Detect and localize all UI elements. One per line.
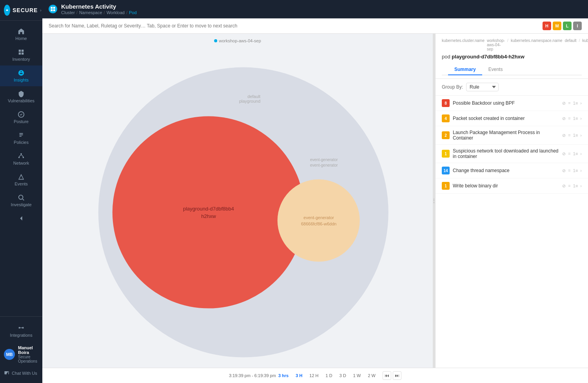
sidebar-item-vulnerabilities[interactable]: Vulnerabilities [0, 86, 42, 107]
rule-block-icon[interactable]: ⊘ [562, 116, 566, 121]
rule-arrow-icon[interactable]: › [580, 133, 582, 138]
panel-breadcrumb-namespace-value: default [565, 38, 577, 51]
search-bar: H M L I [42, 18, 588, 34]
sidebar-item-home[interactable]: Home [0, 24, 42, 45]
time-btn-3h[interactable]: 3 H [293, 372, 305, 379]
sidebar-item-integrations[interactable]: Integrations [0, 321, 42, 341]
rule-arrow-icon[interactable]: › [580, 183, 582, 188]
breadcrumb-pod[interactable]: Pod [129, 10, 137, 15]
sidebar-item-posture[interactable]: Posture [0, 107, 42, 128]
svg-rect-3 [19, 53, 21, 54]
sidebar-expand-icon[interactable]: › [40, 8, 41, 13]
rule-arrow-icon[interactable]: › [580, 168, 582, 173]
prev-arrow[interactable]: ⏮ [383, 371, 391, 380]
rule-block-icon[interactable]: ⊘ [562, 133, 566, 138]
group-by-row: Group By: Rule Severity Category [436, 79, 588, 96]
page-icon [49, 5, 57, 13]
panel-splitter[interactable] [433, 34, 435, 368]
user-name: Manuel Boira [18, 345, 38, 355]
time-btn-1d[interactable]: 1 D [323, 372, 335, 379]
tan-bubble-label: event-generator 68666fcf86-w6ddn [301, 214, 337, 227]
red-bubble-playground[interactable]: playground-d7dbf8bb4 h2hxw [113, 116, 305, 309]
rule-list-item[interactable]: 1 Write below binary dir ⊘ = 1≡ › [436, 178, 588, 194]
svg-rect-14 [22, 327, 24, 329]
rule-block-icon[interactable]: ⊘ [562, 183, 566, 189]
svg-line-9 [19, 154, 21, 156]
nav-arrows: ⏮ ⏭ [383, 371, 401, 380]
main-content: Kubernetes Activity Cluster / Namespace … [42, 0, 588, 383]
breadcrumb-workload[interactable]: Workload [107, 10, 125, 15]
rule-arrow-icon[interactable]: › [580, 101, 582, 105]
rule-count-badge: 1 [442, 150, 450, 158]
svg-rect-13 [19, 327, 20, 329]
severity-badge-medium[interactable]: M [553, 22, 561, 30]
time-btn-2w[interactable]: 2 W [365, 372, 378, 379]
rule-block-icon[interactable]: ⊘ [562, 101, 566, 106]
topbar: Kubernetes Activity Cluster / Namespace … [42, 0, 588, 18]
sidebar-item-network[interactable]: Network [0, 149, 42, 169]
namespace-label: default playground [239, 94, 260, 103]
content-area: workshop-aws-04-sep default playground p… [42, 34, 588, 368]
rule-list-item[interactable]: 8 Possible Backdoor using BPF ⊘ = 1≡ › [436, 96, 588, 111]
severity-badge-info[interactable]: I [573, 22, 582, 30]
sidebar: SECURE › Home Inventory Insights Vulnera… [0, 0, 42, 383]
svg-rect-18 [51, 9, 53, 11]
sidebar-item-policies[interactable]: Policies [0, 128, 42, 149]
time-range-text: 3:19:39 pm - 6:19:39 pm [229, 373, 276, 378]
rule-count-badge: 1 [442, 182, 450, 190]
chat-button[interactable]: Chat With Us [0, 367, 42, 379]
logo-text: SECURE [13, 7, 38, 13]
rule-block-icon[interactable]: ⊘ [562, 168, 566, 173]
rule-flag-text: 1≡ [573, 101, 578, 105]
svg-rect-4 [22, 53, 24, 54]
time-btn-1w[interactable]: 1 W [351, 372, 363, 379]
breadcrumb-cluster[interactable]: Cluster [61, 10, 75, 15]
rule-block-icon[interactable]: ⊘ [562, 151, 566, 156]
sidebar-item-inventory[interactable]: Inventory [0, 45, 42, 65]
time-btn-3d[interactable]: 3 D [337, 372, 348, 379]
user-profile[interactable]: MB Manuel Boira Secure Operations [0, 341, 42, 367]
panel-breadcrumb: kubernetes.cluster.name workshop-aws-04-… [442, 38, 582, 51]
svg-point-8 [23, 157, 24, 158]
rule-list-item[interactable]: 2 Launch Package Management Process in C… [436, 126, 588, 145]
group-by-select[interactable]: Rule Severity Category [466, 83, 499, 91]
chart-top-label: workshop-aws-04-sep [214, 38, 261, 43]
rule-actions: ⊘ = 1≡ › [562, 151, 582, 156]
rule-list-item[interactable]: 4 Packet socket created in container ⊘ =… [436, 111, 588, 126]
rule-actions: ⊘ = 1≡ › [562, 101, 582, 106]
sidebar-nav: Home Inventory Insights Vulnerabilities … [0, 24, 42, 316]
sidebar-collapse-button[interactable] [0, 211, 42, 226]
sidebar-item-investigate[interactable]: Investigate [0, 190, 42, 211]
breadcrumb-namespace[interactable]: Namespace [79, 10, 102, 15]
search-input[interactable] [49, 23, 539, 29]
sysdig-logo-icon [4, 5, 10, 16]
severity-badge-low[interactable]: L [563, 22, 572, 30]
panel-breadcrumb-cluster-value: workshop-aws-04-sep [487, 38, 505, 51]
rule-list-item[interactable]: 1 Suspicious network tool downloaded and… [436, 145, 588, 163]
rule-flag-text: 1≡ [573, 151, 578, 156]
rule-actions: ⊘ = 1≡ › [562, 183, 582, 189]
topbar-title-area: Kubernetes Activity Cluster / Namespace … [61, 3, 137, 15]
tab-summary[interactable]: Summary [448, 64, 482, 75]
rule-list-item[interactable]: 14 Change thread namespace ⊘ = 1≡ › [436, 163, 588, 178]
svg-point-11 [19, 195, 23, 200]
outer-bubble: default playground playground-d7dbf8bb4 … [98, 67, 388, 358]
rule-arrow-icon[interactable]: › [580, 116, 582, 121]
pod-title: pod playground-d7dbf8bb4-h2hxw [442, 54, 582, 60]
severity-badge-high[interactable]: H [543, 22, 551, 30]
time-btn-12h[interactable]: 12 H [307, 372, 321, 379]
page-title: Kubernetes Activity [61, 3, 137, 10]
next-arrow[interactable]: ⏭ [393, 371, 401, 380]
breadcrumb: Cluster / Namespace / Workload / Pod [61, 10, 137, 15]
panel-breadcrumb-service-label: kubernetes.service.name [582, 38, 588, 51]
tab-events[interactable]: Events [482, 64, 509, 75]
tan-bubble-eventgen[interactable]: event-generator 68666fcf86-w6ddn [278, 180, 360, 262]
svg-rect-2 [22, 50, 24, 52]
rule-count-badge: 8 [442, 99, 450, 107]
sidebar-bottom: Integrations MB Manuel Boira Secure Oper… [0, 316, 42, 383]
sidebar-item-insights[interactable]: Insights [0, 65, 42, 86]
rule-arrow-icon[interactable]: › [580, 151, 582, 156]
svg-rect-19 [53, 9, 55, 11]
rules-list: 8 Possible Backdoor using BPF ⊘ = 1≡ › 4… [436, 96, 588, 368]
sidebar-item-events[interactable]: Events [0, 169, 42, 190]
